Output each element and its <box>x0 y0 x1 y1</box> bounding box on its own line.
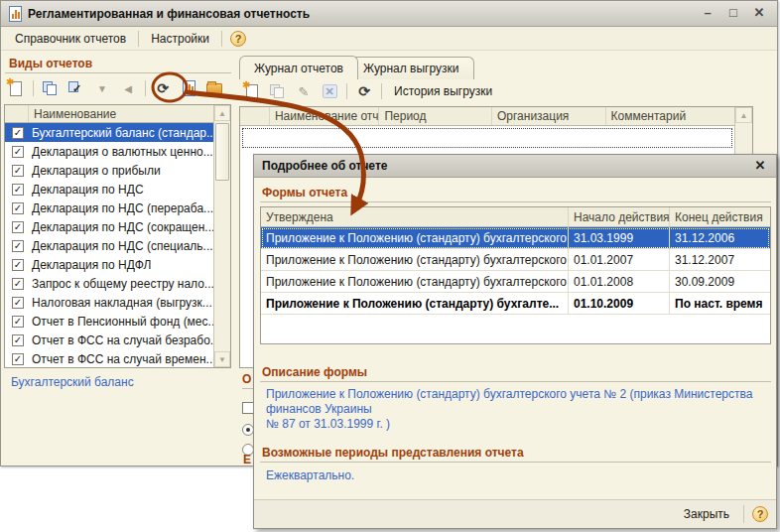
checkbox-checked-icon[interactable]: ✓ <box>12 184 24 196</box>
menu-separator <box>221 31 222 47</box>
footer-separator <box>743 505 744 523</box>
report-types-list: Наименование ✓Бухгалтерский баланс (стан… <box>4 104 231 368</box>
menu-settings[interactable]: Настройки <box>143 30 217 48</box>
window-titlebar[interactable]: Регламентированная и финансовая отчетнос… <box>1 1 777 27</box>
refresh-button[interactable]: ⟳ <box>152 78 174 98</box>
scroll-down-icon[interactable]: ▼ <box>214 351 230 367</box>
list-item[interactable]: ✓Бухгалтерский баланс (стандар... <box>5 123 213 142</box>
list-item[interactable]: ✓Налоговая накладная (выгрузк... <box>5 293 213 312</box>
list-item[interactable]: ✓Декларация по НДС (сокращен... <box>5 217 213 236</box>
selected-report-link[interactable]: Бухгалтерский баланс <box>11 375 134 389</box>
menu-separator <box>138 31 139 47</box>
checkbox-checked-icon[interactable]: ✓ <box>12 146 24 158</box>
new-item-button[interactable]: ✱ <box>5 78 27 98</box>
checkbox-checked-icon[interactable]: ✓ <box>12 316 24 328</box>
maximize-button-icon[interactable]: □ <box>725 5 741 20</box>
report-types-header: Виды отчетов <box>9 57 92 70</box>
checkbox-checked-icon[interactable]: ✓ <box>12 240 24 252</box>
list-scrollbar[interactable]: ▲ ▼ <box>213 105 230 367</box>
copy-button[interactable] <box>40 78 62 98</box>
checkbox-checked-icon[interactable]: ✓ <box>12 334 24 346</box>
list-item[interactable]: ✓Отчет в ФСС на случай безрабо... <box>5 331 213 349</box>
dialog-footer: Закрыть ? <box>254 499 776 528</box>
tab-export-journal[interactable]: Журнал выгрузки <box>348 57 474 79</box>
list-item[interactable]: ✓Декларация по НДС (специаль... <box>5 236 213 255</box>
divider <box>5 72 231 73</box>
forms-column-approved[interactable]: Утверждена <box>261 207 569 226</box>
list-item[interactable]: ✓Декларация по НДФЛ <box>5 255 213 274</box>
list-item[interactable]: ✓Отчет в Пенсионный фонд (мес... <box>5 312 213 331</box>
report-details-button[interactable] <box>178 78 199 98</box>
folder-button[interactable] <box>203 78 225 98</box>
checkbox-checked-icon[interactable]: ✓ <box>12 127 24 139</box>
close-dialog-button[interactable]: Закрыть <box>678 505 735 523</box>
journal-column-organization[interactable]: Организация <box>492 107 606 125</box>
list-item[interactable]: ✓Декларация по НДС (перераба... <box>5 199 213 217</box>
checkbox-checked-icon[interactable]: ✓ <box>12 165 24 177</box>
copy-check-icon: ✓ <box>68 81 84 96</box>
form-row[interactable]: Приложение к Положению (стандарту) бухга… <box>261 271 770 293</box>
dropdown-button[interactable]: ▼ <box>91 78 113 98</box>
window-title: Регламентированная и финансовая отчетнос… <box>28 7 310 21</box>
journal-column-period[interactable]: Период <box>379 107 492 125</box>
export-history-button[interactable]: История выгрузки <box>388 84 498 98</box>
help-icon[interactable]: ? <box>230 31 246 47</box>
list-item[interactable]: ✓Запрос к общему реестру нало... <box>5 274 213 293</box>
close-button-icon[interactable]: ✕ <box>751 5 767 20</box>
pencil-icon: ✎ <box>299 84 310 99</box>
folder-icon <box>206 83 222 94</box>
journal-column-comment[interactable]: Комментарий <box>606 107 734 125</box>
checkbox-checked-icon[interactable]: ✓ <box>12 297 24 309</box>
back-button[interactable]: ◀ <box>117 78 139 98</box>
list-header-row[interactable]: Наименование <box>5 105 213 123</box>
dialog-titlebar[interactable]: Подробнее об отчете ✕ <box>254 155 776 178</box>
current-row-cursor[interactable] <box>242 128 732 148</box>
list-rows: ✓Бухгалтерский баланс (стандар... ✓Декла… <box>5 123 213 367</box>
report-types-toolbar: ✱ ✓ ▼ ◀ ⟳ <box>5 78 225 98</box>
report-details-dialog: Подробнее об отчете ✕ Формы отчета Утвер… <box>253 154 777 529</box>
forms-column-start[interactable]: Начало действия <box>569 207 670 226</box>
scroll-up-icon[interactable]: ▲ <box>214 105 230 121</box>
chevron-left-icon: ◀ <box>124 83 132 94</box>
list-column-name[interactable]: Наименование <box>29 107 116 121</box>
periods-text: Ежеквартально. <box>266 468 354 483</box>
checkbox-checked-icon[interactable]: ✓ <box>12 353 24 365</box>
checkbox-checked-icon[interactable]: ✓ <box>12 259 24 271</box>
list-item[interactable]: ✓Декларация по НДС <box>5 180 213 199</box>
copy-add-icon <box>270 84 286 99</box>
periods-section-header: Возможные периоды представления отчета <box>262 446 524 460</box>
form-row[interactable]: Приложение к Положению (стандарту) бухга… <box>261 227 770 249</box>
scroll-up-icon[interactable]: ▲ <box>735 107 752 123</box>
chevron-down-icon: ▼ <box>97 83 107 94</box>
journal-edit-button[interactable]: ✎ <box>293 81 315 101</box>
journal-copy-button[interactable] <box>267 81 289 101</box>
screen: Регламентированная и финансовая отчетнос… <box>0 0 780 532</box>
occluded-bold-letter: Е <box>243 453 251 466</box>
journal-new-button[interactable]: ✱ <box>241 81 263 101</box>
form-row[interactable]: Приложение к Положению (стандарту) бухга… <box>261 249 770 271</box>
list-item[interactable]: ✓Декларация о валютных ценно... <box>5 142 213 161</box>
journal-column-name[interactable]: Наименование отче... <box>270 107 380 125</box>
forms-table: Утверждена Начало действия Конец действи… <box>260 206 771 344</box>
forms-column-end[interactable]: Конец действия <box>670 207 770 226</box>
checkbox-checked-icon[interactable]: ✓ <box>12 278 24 290</box>
mark-button[interactable]: ✓ <box>65 78 87 98</box>
scrollbar-thumb[interactable] <box>215 123 229 181</box>
menu-report-directory[interactable]: Справочник отчетов <box>7 30 134 48</box>
list-item[interactable]: ✓Отчет в ФСС на случай времен... <box>5 349 213 367</box>
menu-bar: Справочник отчетов Настройки ? <box>1 27 777 51</box>
journal-refresh-button[interactable]: ⟳ <box>353 81 375 101</box>
tab-report-journal[interactable]: Журнал отчетов <box>239 56 358 79</box>
minimize-button-icon[interactable]: – <box>700 5 715 20</box>
report-details-icon <box>183 80 195 96</box>
list-item[interactable]: ✓Декларация о прибыли <box>5 161 213 180</box>
help-icon[interactable]: ? <box>752 506 768 522</box>
form-row-current[interactable]: Приложение к Положению (стандарту) бухга… <box>261 293 770 315</box>
journal-header-row: Наименование отче... Период Организация … <box>240 107 734 126</box>
checkbox-checked-icon[interactable]: ✓ <box>12 221 24 233</box>
journal-delete-button[interactable]: ✕ <box>319 81 340 101</box>
dialog-close-icon[interactable]: ✕ <box>752 158 768 173</box>
copy-icon <box>43 81 59 96</box>
checkbox-checked-icon[interactable]: ✓ <box>12 202 24 214</box>
forms-header-row: Утверждена Начало действия Конец действи… <box>261 207 770 227</box>
